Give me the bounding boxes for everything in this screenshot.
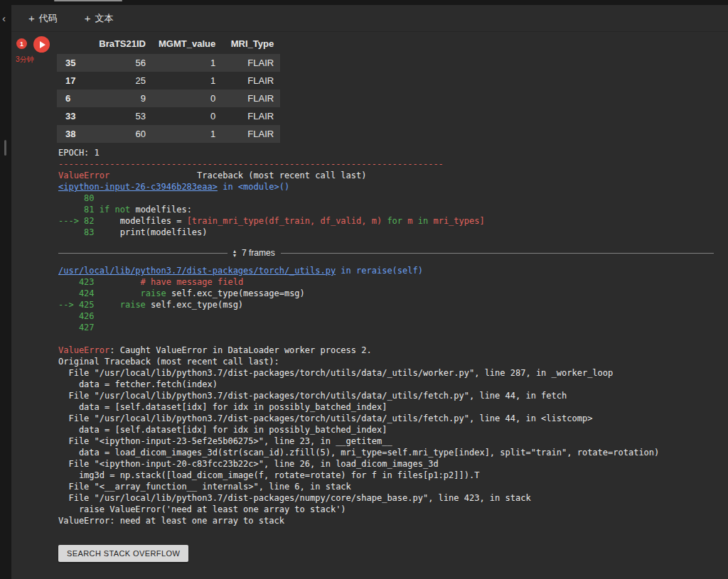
traceback-line: File "<__array_function__ internals>", l… xyxy=(58,481,714,492)
traceback-text: for xyxy=(387,216,402,226)
traceback-line: data = [self.dataset[idx] for idx in pos… xyxy=(58,424,714,435)
scrollbar-thumb[interactable] xyxy=(4,140,6,156)
traceback-text xyxy=(109,205,114,215)
traceback-line: 424 raise self.exc_type(message=msg) xyxy=(58,288,714,299)
table-cell: 56 xyxy=(90,54,152,72)
play-icon xyxy=(40,41,46,48)
traceback-text: File "/usr/local/lib/python3.7/dist-pack… xyxy=(58,391,567,401)
add-text-button[interactable]: + 文本 xyxy=(80,9,118,28)
traceback-text: print(modelfiles) xyxy=(95,227,208,237)
search-stack-overflow-button[interactable]: SEARCH STACK OVERFLOW xyxy=(58,545,188,562)
traceback-text: modelfiles = xyxy=(95,216,187,226)
table-row: 17251FLAIR xyxy=(57,72,280,90)
traceback-text: raise xyxy=(141,288,166,298)
traceback-text: ValueError: need at least one array to s… xyxy=(58,516,284,526)
traceback-text: 423 xyxy=(58,277,95,287)
traceback-text xyxy=(95,205,100,215)
frames-expander[interactable]: ▴▾ 7 frames xyxy=(58,248,714,258)
traceback-text: ValueError xyxy=(58,345,109,355)
traceback-text: 80 xyxy=(58,193,95,203)
table-row: 33530FLAIR xyxy=(57,107,280,125)
column-header: MGMT_value xyxy=(152,33,222,54)
traceback-line: <ipython-input-26-c3946b283eaa> in <modu… xyxy=(58,181,714,193)
traceback-text: 81 xyxy=(58,205,95,215)
error-count-badge[interactable]: 1 xyxy=(16,38,27,49)
traceback-top: ----------------------------------------… xyxy=(58,158,714,238)
expand-frames-icon: ▴▾ xyxy=(233,249,236,257)
traceback-line: ValueError: Caught ValueError in DataLoa… xyxy=(58,345,714,356)
epoch-line: EPOCH: 1 xyxy=(58,147,714,158)
traceback-text: 427 xyxy=(58,323,95,332)
top-strip xyxy=(0,0,728,5)
column-header: BraTS21ID xyxy=(90,33,152,54)
traceback-text: not xyxy=(115,205,131,215)
traceback-text: File "/usr/local/lib/python3.7/dist-pack… xyxy=(58,493,531,503)
traceback-line: data = [self.dataset[idx] for idx in pos… xyxy=(58,401,714,413)
traceback-text: m xyxy=(402,216,418,226)
table-cell: 25 xyxy=(90,72,152,90)
plus-icon: + xyxy=(28,12,35,24)
file-link[interactable]: /usr/local/lib/python3.7/dist-packages/t… xyxy=(58,266,336,276)
traceback-text xyxy=(95,300,120,310)
traceback-plain: ValueError: Caught ValueError in DataLoa… xyxy=(58,345,714,526)
traceback-text: File "<__array_function__ internals>", l… xyxy=(58,482,351,492)
traceback-text: self.exc_type(message=msg) xyxy=(166,288,305,298)
table-cell: 0 xyxy=(152,90,222,107)
row-index: 35 xyxy=(57,54,90,72)
traceback-text: modelfiles: xyxy=(130,205,192,215)
table-cell: FLAIR xyxy=(222,54,280,72)
traceback-line: 83 print(modelfiles) xyxy=(58,227,714,238)
traceback-line: 423 # have message field xyxy=(58,276,714,288)
traceback-line: File "<ipython-input-23-5ef2e5b06275>", … xyxy=(58,435,714,447)
traceback-text: ---> 82 xyxy=(58,216,95,226)
traceback-text: Traceback (most recent call last) xyxy=(109,171,366,180)
traceback-text: ValueError xyxy=(58,171,109,180)
traceback-text xyxy=(95,288,141,298)
row-index: 17 xyxy=(57,72,90,90)
traceback-line: ----------------------------------------… xyxy=(58,158,714,170)
row-index: 6 xyxy=(57,90,90,107)
traceback-line: ValueError Traceback (most recent call l… xyxy=(58,170,714,181)
traceback-text: : Caught ValueError in DataLoader worker… xyxy=(109,345,371,355)
traceback-text: raise xyxy=(120,300,146,310)
traceback-line: /usr/local/lib/python3.7/dist-packages/t… xyxy=(58,265,714,276)
traceback-line: File "<ipython-input-20-c83fcc23b22c>", … xyxy=(58,458,714,470)
traceback-line: File "/usr/local/lib/python3.7/dist-pack… xyxy=(58,413,714,424)
traceback-line: 80 xyxy=(58,193,714,204)
traceback-text: data = [self.dataset[idx] for idx in pos… xyxy=(58,402,387,412)
file-link[interactable]: <ipython-input-26-c3946b283eaa> xyxy=(58,182,218,192)
traceback-line: 427 xyxy=(58,322,714,333)
table-row: 690FLAIR xyxy=(57,90,280,107)
traceback-line: img3d = np.stack([load_dicom_image(f, ro… xyxy=(58,470,714,481)
traceback-frame: /usr/local/lib/python3.7/dist-packages/t… xyxy=(58,265,714,333)
divider-line xyxy=(281,253,714,254)
traceback-text: raise ValueError('need at least one arra… xyxy=(58,504,346,514)
divider-line xyxy=(58,253,228,254)
traceback-text: --> 425 xyxy=(58,300,95,310)
traceback-text: Original Traceback (most recent call las… xyxy=(58,357,279,367)
browser-tab-remnant xyxy=(54,0,122,1)
dataframe-table: BraTS21IDMGMT_valueMRI_Type 35561FLAIR17… xyxy=(57,33,280,143)
table-cell: 1 xyxy=(152,72,222,90)
traceback-text: File "<ipython-input-20-c83fcc23b22c>", … xyxy=(58,459,439,469)
collapse-sidebar-icon[interactable]: ‹ xyxy=(2,13,11,23)
traceback-text: data = fetcher.fetch(index) xyxy=(58,379,218,389)
table-cell: 1 xyxy=(152,54,222,72)
row-index: 33 xyxy=(57,107,90,125)
traceback-text: File "/usr/local/lib/python3.7/dist-pack… xyxy=(58,368,613,378)
cell-gutter: 1 3分钟 xyxy=(11,32,54,579)
table-cell: FLAIR xyxy=(222,72,280,90)
traceback-text: data = load_dicom_images_3d(str(scan_id)… xyxy=(58,448,659,458)
traceback-text: File "<ipython-input-23-5ef2e5b06275>", … xyxy=(58,436,392,446)
traceback-text: # have message field xyxy=(141,277,244,287)
traceback-line: ValueError: need at least one array to s… xyxy=(58,515,714,526)
left-rail: ‹ xyxy=(0,5,11,579)
notebook-cell-area: 1 3分钟 BraTS21IDMGMT_valueMRI_Type 35561F… xyxy=(11,32,728,579)
run-cell-button[interactable] xyxy=(33,36,50,53)
add-code-button[interactable]: + 代码 xyxy=(24,9,62,28)
table-cell: FLAIR xyxy=(222,125,280,143)
traceback-text: File "/usr/local/lib/python3.7/dist-pack… xyxy=(58,413,592,423)
frames-count-label: 7 frames xyxy=(242,248,275,258)
traceback-text: if xyxy=(100,205,109,215)
table-row: 38601FLAIR xyxy=(57,125,280,143)
